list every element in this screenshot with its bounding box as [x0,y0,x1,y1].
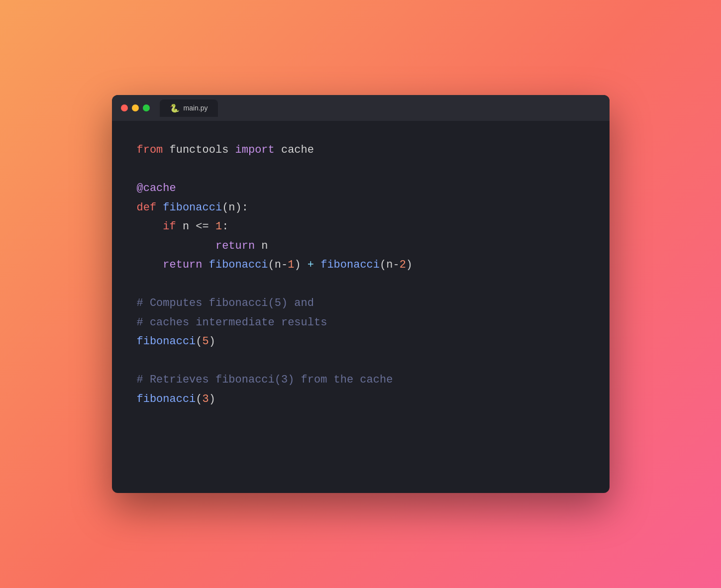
code-line-1: from functools import cache [137,141,585,160]
python-icon: 🐍 [170,103,180,113]
code-line-2: @cache [137,179,585,198]
traffic-lights [121,104,150,111]
code-line-6: return fibonacci(n-1) + fibonacci(n-2) [137,256,585,275]
blank-line-1 [137,160,585,180]
maximize-button[interactable] [143,104,150,111]
minimize-button[interactable] [132,104,139,111]
file-tab[interactable]: 🐍 main.py [160,99,218,117]
tab-label: main.py [184,104,208,112]
code-line-5: return n [137,237,585,256]
code-line-10: # Retrieves fibonacci(3) from the cache [137,371,585,390]
code-line-4: if n <= 1: [137,217,585,237]
blank-line-2 [137,275,585,294]
code-line-8: # caches intermediate results [137,313,585,333]
code-window: 🐍 main.py from functools import cache @c… [112,95,610,493]
code-line-11: fibonacci(3) [137,390,585,409]
code-line-7: # Computes fibonacci(5) and [137,294,585,313]
titlebar: 🐍 main.py [112,95,610,121]
blank-line-3 [137,352,585,371]
close-button[interactable] [121,104,128,111]
code-editor[interactable]: from functools import cache @cache def f… [112,121,610,429]
code-line-9: fibonacci(5) [137,332,585,352]
code-line-3: def fibonacci(n): [137,198,585,218]
